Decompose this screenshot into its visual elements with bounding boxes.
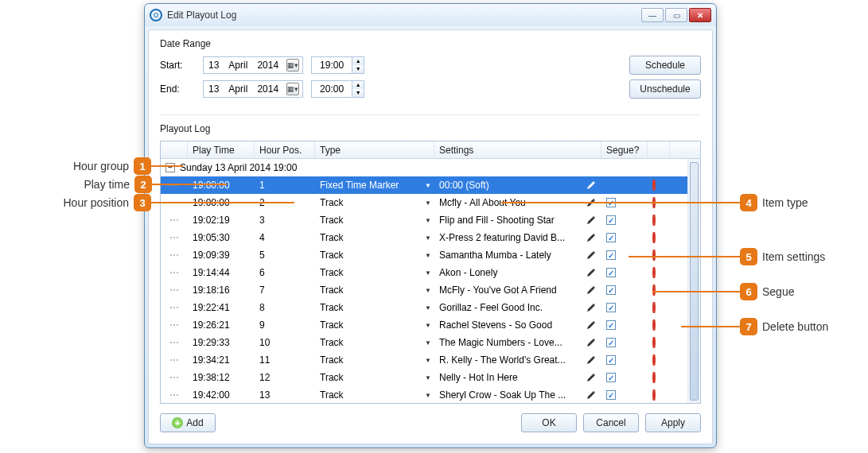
table-row[interactable]: ⋯19:14:446Track▼Akon - Lonely✓ (161, 264, 687, 281)
calendar-icon[interactable]: ▦▾ (286, 59, 299, 72)
table-row[interactable]: ⋯19:34:2111Track▼R. Kelly - The World's … (161, 351, 687, 369)
column-type[interactable]: Type (315, 141, 434, 158)
cell-delete[interactable] (648, 372, 670, 383)
cell-type[interactable]: Track▼ (315, 302, 434, 313)
chevron-down-icon[interactable]: ▼ (425, 322, 431, 329)
chevron-down-icon[interactable]: ▼ (425, 374, 431, 381)
checkbox-checked-icon[interactable]: ✓ (606, 355, 616, 365)
close-button[interactable]: ✕ (689, 8, 711, 22)
apply-button[interactable]: Apply (645, 413, 701, 432)
column-segue[interactable]: Segue? (601, 141, 648, 158)
checkbox-checked-icon[interactable]: ✓ (606, 268, 616, 277)
checkbox-checked-icon[interactable]: ✓ (606, 233, 616, 242)
cell-settings[interactable]: R. Kelly - The World's Great... (434, 354, 601, 366)
pencil-icon[interactable] (586, 267, 597, 278)
cell-delete[interactable] (648, 337, 670, 348)
end-year[interactable]: 2014 (255, 83, 280, 95)
table-row[interactable]: ⋯19:38:1212Track▼Nelly - Hot In Here✓ (161, 369, 687, 386)
cell-settings[interactable]: Samantha Mumba - Lately (434, 250, 601, 261)
cell-type[interactable]: Track▼ (315, 197, 434, 208)
cell-segue[interactable]: ✓ (601, 215, 648, 225)
checkbox-checked-icon[interactable]: ✓ (606, 390, 616, 400)
spinner-down-icon[interactable]: ▼ (352, 89, 364, 97)
end-time-spinner[interactable]: 20:00 ▲▼ (311, 80, 364, 98)
cell-type[interactable]: Track▼ (315, 250, 434, 261)
table-row[interactable]: ⋯19:22:418Track▼Gorillaz - Feel Good Inc… (161, 299, 687, 316)
checkbox-checked-icon[interactable]: ✓ (606, 373, 616, 382)
pencil-icon[interactable] (586, 250, 597, 261)
cell-delete[interactable] (648, 215, 670, 226)
delete-icon[interactable] (652, 319, 656, 331)
ok-button[interactable]: OK (521, 413, 577, 432)
cell-segue[interactable]: ✓ (601, 390, 648, 400)
cell-segue[interactable]: ✓ (601, 303, 648, 312)
start-month[interactable]: April (227, 60, 249, 71)
chevron-down-icon[interactable]: ▼ (425, 304, 431, 312)
chevron-down-icon[interactable]: ▼ (425, 234, 431, 242)
checkbox-checked-icon[interactable]: ✓ (606, 338, 616, 347)
checkbox-checked-icon[interactable]: ✓ (606, 303, 616, 312)
cell-segue[interactable]: ✓ (601, 338, 648, 347)
add-button[interactable]: + Add (160, 413, 216, 432)
end-time[interactable]: 20:00 (312, 83, 352, 95)
start-time[interactable]: 19:00 (312, 60, 352, 71)
spinner-up-icon[interactable]: ▲ (352, 81, 364, 89)
maximize-button[interactable]: ▭ (665, 8, 687, 22)
cell-segue[interactable]: ✓ (601, 285, 648, 295)
table-row[interactable]: ⋯19:09:395Track▼Samantha Mumba - Lately✓ (161, 246, 687, 264)
cell-type[interactable]: Track▼ (315, 319, 434, 331)
minimize-button[interactable]: — (641, 8, 664, 22)
table-row[interactable]: ⋯19:00:001Fixed Time Marker▼00:00 (Soft) (161, 176, 687, 194)
calendar-icon[interactable]: ▦▾ (286, 83, 299, 95)
chevron-down-icon[interactable]: ▼ (425, 217, 431, 224)
pencil-icon[interactable] (586, 372, 597, 383)
start-time-spinner[interactable]: 19:00 ▲▼ (311, 56, 364, 74)
chevron-down-icon[interactable]: ▼ (425, 392, 431, 399)
chevron-down-icon[interactable]: ▼ (425, 269, 431, 277)
checkbox-checked-icon[interactable]: ✓ (606, 285, 616, 295)
pencil-icon[interactable] (586, 354, 597, 366)
hour-group-row[interactable]: −Sunday 13 April 2014 19:00 (161, 159, 687, 176)
table-row[interactable]: ⋯19:42:0013Track▼Sheryl Crow - Soak Up T… (161, 386, 687, 403)
cell-settings[interactable]: 00:00 (Soft) (434, 180, 601, 191)
end-date-picker[interactable]: 13 April 2014 ▦▾ (203, 80, 303, 98)
column-play-time[interactable]: Play Time (188, 141, 255, 158)
cell-delete[interactable] (648, 389, 670, 401)
delete-icon[interactable] (652, 232, 656, 243)
cell-settings[interactable]: Akon - Lonely (434, 267, 601, 278)
cell-settings[interactable]: The Magic Numbers - Love... (434, 337, 601, 348)
start-year[interactable]: 2014 (255, 60, 280, 71)
cell-delete[interactable] (648, 180, 670, 191)
schedule-button[interactable]: Schedule (629, 56, 701, 75)
chevron-down-icon[interactable]: ▼ (425, 199, 431, 207)
cell-segue[interactable]: ✓ (601, 373, 648, 382)
cell-settings[interactable]: Nelly - Hot In Here (434, 372, 601, 383)
pencil-icon[interactable] (586, 215, 597, 226)
pencil-icon[interactable] (586, 302, 597, 313)
cell-type[interactable]: Track▼ (315, 389, 434, 401)
spinner-up-icon[interactable]: ▲ (352, 57, 364, 65)
cell-settings[interactable]: Rachel Stevens - So Good (434, 319, 601, 331)
delete-icon[interactable] (652, 354, 656, 366)
cell-segue[interactable]: ✓ (601, 355, 648, 365)
cell-type[interactable]: Track▼ (315, 267, 434, 278)
table-row[interactable]: ⋯19:18:167Track▼McFly - You've Got A Fri… (161, 281, 687, 299)
unschedule-button[interactable]: Unschedule (629, 79, 701, 99)
chevron-down-icon[interactable]: ▼ (425, 182, 431, 189)
cell-type[interactable]: Track▼ (315, 215, 434, 226)
cell-settings[interactable]: Gorillaz - Feel Good Inc. (434, 302, 601, 313)
chevron-down-icon[interactable]: ▼ (425, 252, 431, 259)
pencil-icon[interactable] (586, 319, 597, 331)
cell-type[interactable]: Fixed Time Marker▼ (315, 180, 434, 191)
cell-settings[interactable]: X-Press 2 featuring David B... (434, 232, 601, 243)
table-row[interactable]: ⋯19:05:304Track▼X-Press 2 featuring Davi… (161, 229, 687, 246)
pencil-icon[interactable] (586, 180, 597, 191)
cell-delete[interactable] (648, 354, 670, 366)
column-hour-pos[interactable]: Hour Pos. (255, 141, 315, 158)
delete-icon[interactable] (652, 180, 656, 191)
chevron-down-icon[interactable]: ▼ (425, 339, 431, 347)
cell-type[interactable]: Track▼ (315, 285, 434, 296)
cell-delete[interactable] (648, 267, 670, 278)
cancel-button[interactable]: Cancel (583, 413, 639, 432)
chevron-down-icon[interactable]: ▼ (425, 357, 431, 364)
